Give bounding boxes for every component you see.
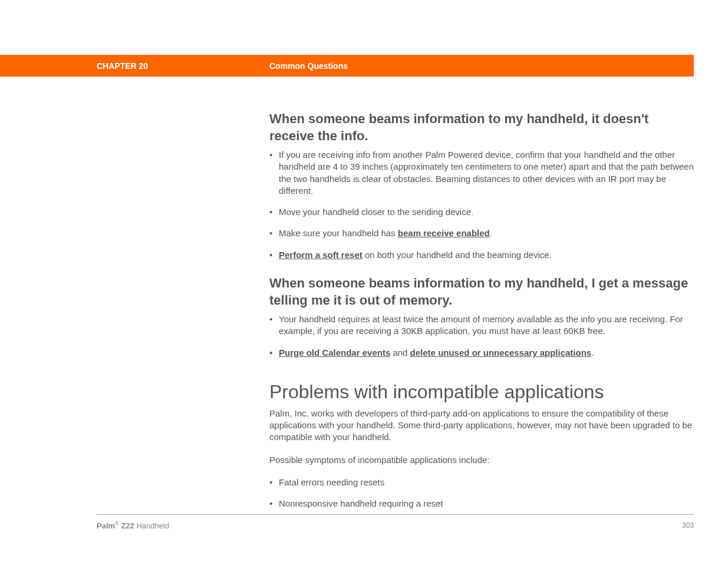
symptom-list: Fatal errors needing resets Nonresponsiv…	[269, 477, 694, 510]
text-run: .	[591, 348, 594, 358]
chapter-label: CHAPTER 20	[97, 61, 148, 71]
list-item: Fatal errors needing resets	[269, 477, 694, 488]
answer-list-2: Your handheld requires at least twice th…	[269, 313, 694, 359]
text-run: and	[390, 348, 410, 358]
question-heading-2: When someone beams information to my han…	[269, 275, 694, 309]
page-number: 303	[682, 521, 694, 530]
list-item: Nonresponsive handheld requiring a reset	[269, 498, 694, 510]
text-run: .	[490, 228, 492, 238]
answer-list-1: If you are receiving info from another P…	[269, 149, 694, 261]
list-item: Move your handheld closer to the sending…	[269, 206, 694, 218]
chapter-header-bar: CHAPTER 20 Common Questions	[0, 55, 694, 77]
registered-mark: ®	[115, 521, 119, 527]
list-item: Purge old Calendar events and delete unu…	[269, 347, 694, 359]
text-run: Make sure your handheld has	[279, 228, 398, 238]
brand-word: Handheld	[134, 521, 169, 530]
text-run: on both your handheld and the beaming de…	[363, 250, 552, 260]
link-purge-calendar[interactable]: Purge old Calendar events	[279, 348, 390, 358]
link-delete-apps[interactable]: delete unused or unnecessary application…	[410, 348, 592, 358]
list-item: If you are receiving info from another P…	[269, 149, 694, 197]
page-footer: Palm® Z22 Handheld 303	[97, 514, 694, 530]
link-soft-reset[interactable]: Perform a soft reset	[279, 250, 363, 260]
brand-model: Z22	[119, 521, 134, 530]
list-item: Your handheld requires at least twice th…	[269, 313, 694, 338]
main-content: When someone beams information to my han…	[269, 111, 694, 524]
link-beam-receive[interactable]: beam receive enabled	[398, 228, 490, 238]
list-item: Make sure your handheld has beam receive…	[269, 227, 694, 239]
footer-brand: Palm® Z22 Handheld	[97, 521, 169, 530]
list-item: Perform a soft reset on both your handhe…	[269, 249, 694, 261]
brand-palm: Palm	[97, 521, 115, 530]
question-heading-1: When someone beams information to my han…	[269, 111, 694, 144]
body-paragraph: Palm, Inc. works with developers of thir…	[269, 408, 694, 444]
section-title: Common Questions	[269, 61, 348, 71]
section-heading: Problems with incompatible applications	[269, 381, 694, 403]
body-paragraph: Possible symptoms of incompatible applic…	[269, 454, 694, 466]
